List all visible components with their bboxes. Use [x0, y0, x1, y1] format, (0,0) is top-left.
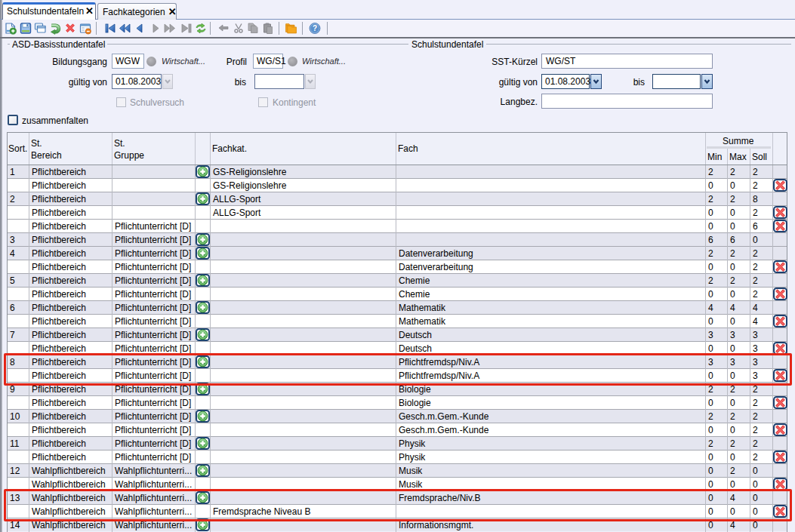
- svg-text:?: ?: [313, 24, 317, 32]
